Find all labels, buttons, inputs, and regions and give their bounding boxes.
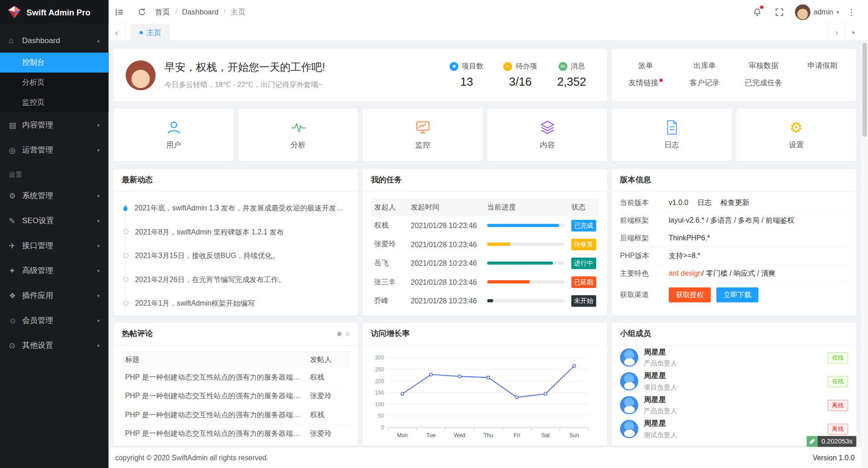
circle-marker-icon (122, 253, 130, 258)
sidebar-item-label: 会员管理 (22, 316, 53, 326)
member-avatar (620, 420, 638, 438)
sidebar-item-monitor[interactable]: 监控页 (0, 93, 108, 112)
version-row-backend: 后端框架 ThinkPHP6.* (620, 229, 848, 247)
shortcut-analysis[interactable]: 分析 (238, 108, 358, 161)
post-title[interactable]: PHP 是一种创建动态交互性站点的强有力的服务器端脚本语言 (122, 443, 307, 446)
version-label: Version 1.0.0 (813, 453, 855, 462)
changelog-link[interactable]: 日志 (697, 197, 712, 207)
sidebar-item-console[interactable]: 控制台 (0, 53, 108, 73)
pulse-icon (291, 120, 306, 135)
shortcut-label: 内容 (540, 140, 555, 150)
get-license-button[interactable]: 获取授权 (669, 287, 711, 302)
sidebar-item-members[interactable]: ☺ 会员管理 ▾ (0, 308, 108, 333)
version-row-php: PHP版本 支持>=8.* (620, 247, 848, 265)
member-role: 测试负责人 (644, 430, 677, 439)
svg-text:50: 50 (378, 413, 384, 419)
notifications-button[interactable] (746, 0, 768, 24)
sidebar-collapse-button[interactable] (108, 0, 131, 24)
shortcut-monitor[interactable]: 监控 (363, 108, 483, 161)
shortcut-users[interactable]: 用户 (113, 108, 233, 161)
status-badge: 在线 (828, 352, 848, 363)
greeting-card: 早安，权栈，开始您一天的工作吧! 今日多云转晴，18℃ - 22℃，出门记得穿外… (113, 49, 607, 101)
svg-text:300: 300 (375, 355, 384, 361)
top-header: 首页 / Dashboard / 主页 admin ▼ (108, 0, 868, 24)
task-progress (484, 273, 568, 292)
sidebar-item-seo-settings[interactable]: ✎ SEO设置 ▾ (0, 208, 108, 233)
news-item: 2021年3月15日，接收反馈BUG，持续优化。 (122, 244, 350, 268)
content-icon: ▤ (9, 121, 22, 130)
visit-growth-card: 访问增长率 050100150200250300MonTueWedThuFriS… (363, 323, 607, 446)
table-row: PHP 是一种创建动态交互性站点的强有力的服务器端脚本语言 张爱玲 (122, 424, 350, 444)
circle-dot-icon: ⊙ (9, 341, 22, 350)
breadcrumb-section[interactable]: Dashboard (182, 8, 219, 16)
sidebar-item-analysis[interactable]: 分析页 (0, 73, 108, 93)
version-row-frontend: 前端框架 layui-v2.6.* / 多语言 / 多布局 / 前端鉴权 (620, 212, 848, 229)
status-badge: 已完成 (568, 216, 599, 235)
carousel-dot-active[interactable] (337, 332, 342, 336)
sidebar-item-system-mgmt[interactable]: ⚙ 系统管理 ▾ (0, 183, 108, 208)
user-avatar[interactable] (795, 4, 810, 20)
quick-link-customers[interactable]: 客户记录 (675, 78, 734, 88)
scrollbar-thumb[interactable] (863, 43, 867, 137)
post-title[interactable]: PHP 是一种创建动态交互性站点的强有力的服务器端脚本语言 (122, 368, 307, 387)
sidebar-item-plugins[interactable]: ❖ 插件应用 ▾ (0, 283, 108, 308)
tab-scroll-right-button[interactable]: › (828, 24, 845, 40)
gear-icon: ⚙ (790, 120, 803, 135)
stats-summary: ❖ 项目数 13 ≡ 待办项 3/16 ✉ (450, 62, 595, 89)
sidebar-item-content-mgmt[interactable]: ▤ 内容管理 ▾ (0, 112, 108, 137)
quick-link-dispatch[interactable]: 派单 (616, 61, 675, 71)
fullscreen-button[interactable] (768, 0, 790, 24)
carousel-dot[interactable] (345, 332, 350, 336)
member-role: 项目负责人 (644, 382, 677, 392)
post-title[interactable]: PHP 是一种创建动态交互性站点的强有力的服务器端脚本语言 (122, 405, 307, 424)
sidebar-item-dashboard[interactable]: ⌂ Dashboard ▴ (0, 28, 108, 53)
layers-icon (539, 120, 555, 135)
row-label: 获取渠道 (620, 290, 669, 300)
dashboard-submenu: 控制台 分析页 监控页 (0, 53, 108, 112)
status-badge: 离线 (828, 400, 848, 410)
sidebar-item-label: 高级管理 (22, 266, 53, 276)
post-title[interactable]: PHP 是一种创建动态交互性站点的强有力的服务器端脚本语言 (122, 424, 307, 444)
member-avatar (620, 348, 638, 366)
post-title[interactable]: PHP 是一种创建动态交互性站点的强有力的服务器端脚本语言 (122, 386, 307, 405)
tab-menu-button[interactable]: ▾ (845, 24, 862, 40)
news-item: 2021年1月，swiftAdmin框架开始编写 (122, 291, 350, 315)
shortcut-content[interactable]: 内容 (487, 108, 607, 161)
sidebar-item-operation-mgmt[interactable]: ◎ 运营管理 ▾ (0, 137, 108, 162)
sidebar-item-api-mgmt[interactable]: ✈ 接口管理 ▾ (0, 233, 108, 258)
user-menu[interactable]: admin ▼ (814, 8, 840, 16)
hot-comments-card: 热帖评论 标题 发帖人 PHP 是一种创 (113, 323, 358, 446)
notification-badge-dot (760, 5, 763, 9)
news-text: 2021年2月26日，在元宵节编写完成发布工作。 (135, 274, 286, 284)
sidebar-nav: ⌂ Dashboard ▴ 控制台 分析页 监控页 ▤ 内容管理 ▾ (0, 24, 108, 358)
tab-home[interactable]: 主页 (131, 24, 170, 40)
shortcut-settings[interactable]: ⚙ 设置 (736, 108, 856, 161)
operation-icon: ◎ (9, 146, 22, 155)
quick-link-completed-tasks[interactable]: 已完成任务 (734, 78, 793, 88)
more-menu-button[interactable]: ⋮ (840, 0, 863, 24)
vertical-scrollbar[interactable] (861, 41, 868, 468)
task-owner: 张爱玲 (371, 235, 407, 254)
tasks-table: 发起人 发起时间 当前进度 状态 权栈 2021/01/28 10:23:46 … (371, 198, 599, 310)
download-button[interactable]: 立即下载 (716, 287, 758, 302)
chevron-down-icon: ▾ (97, 268, 100, 273)
sidebar-item-advanced-mgmt[interactable]: ✦ 高级管理 ▾ (0, 258, 108, 283)
quick-link-leave[interactable]: 申请假期 (793, 61, 852, 71)
sidebar-item-other-settings[interactable]: ⊙ 其他设置 ▾ (0, 333, 108, 358)
tab-scroll-left-button[interactable]: ‹ (108, 24, 125, 40)
check-update-link[interactable]: 检查更新 (720, 197, 749, 207)
post-author: 张爱玲 (307, 424, 350, 444)
member-role: 产品负责人 (644, 359, 677, 368)
news-item: 2021年8月，swiftAdmin 里程碑版本 1.2.1 发布 (122, 220, 350, 244)
circle-marker-icon (122, 277, 130, 282)
chevron-down-icon: ▼ (835, 9, 840, 15)
breadcrumb-home[interactable]: 首页 (155, 7, 170, 17)
quick-link-friend-links[interactable]: 友情链接 (616, 78, 675, 88)
sidebar-item-label: 插件应用 (22, 291, 53, 301)
quick-link-audit[interactable]: 审核数据 (734, 61, 793, 71)
refresh-button[interactable] (131, 0, 153, 24)
task-time: 2021/01/28 10:23:46 (407, 216, 484, 235)
shortcut-logs[interactable]: 日志 (612, 108, 732, 161)
quick-link-outbound[interactable]: 出库单 (675, 61, 734, 71)
svg-text:Sun: Sun (569, 432, 579, 439)
